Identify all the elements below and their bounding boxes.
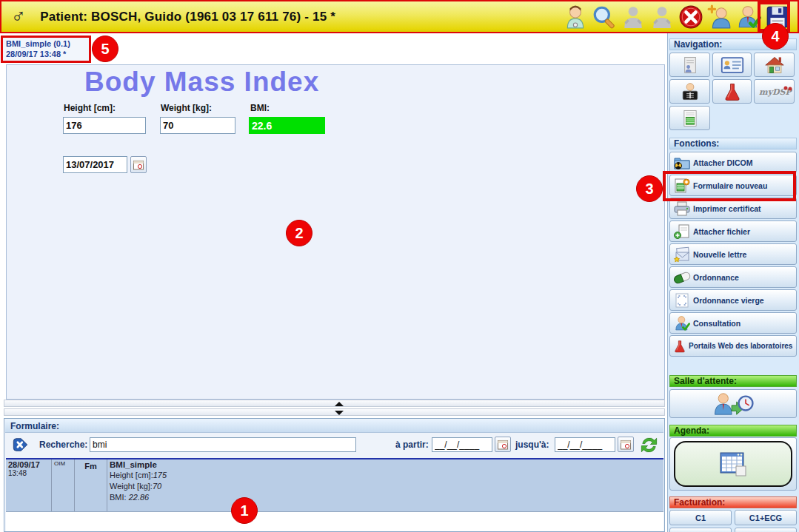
attach-file-icon xyxy=(673,223,691,240)
button-label: Nouvelle lettre xyxy=(693,250,746,259)
bmi-label: BMI: xyxy=(250,103,270,113)
male-gender-icon: ♂ xyxy=(11,4,26,27)
annotation-badge-1: 1 xyxy=(231,497,258,524)
row-bmi-value: 22.86 xyxy=(129,493,150,502)
ordonnance-vierge-button[interactable]: Ordonnance vierge xyxy=(669,289,797,311)
row-time: 13:48 xyxy=(8,469,49,477)
facturation-button-partial[interactable] xyxy=(669,528,732,532)
consultation-icon xyxy=(673,315,691,331)
salle-attente-button[interactable] xyxy=(669,389,797,418)
row-weight-label: Weight [kg]: xyxy=(110,482,153,491)
button-label: Ordonnance xyxy=(693,273,739,282)
agenda-panel xyxy=(669,437,797,491)
formulaire-header: Formulaire: xyxy=(5,420,663,433)
patient-next-icon[interactable] xyxy=(649,4,675,30)
row-description-cell: BMI_simple Height [cm]:175 Weight [kg]:7… xyxy=(107,459,663,511)
annotation-badge-4: 4 xyxy=(762,23,789,50)
mydsp-icon xyxy=(757,82,792,101)
from-date-label: à partir: xyxy=(395,440,429,450)
to-date-input[interactable] xyxy=(555,437,615,452)
letter-icon xyxy=(673,246,691,263)
calendar-icon xyxy=(133,159,144,171)
height-label: Height [cm]: xyxy=(64,103,116,113)
to-date-label: jusqu'à: xyxy=(515,440,549,450)
row-type-cell: Fm xyxy=(75,459,107,511)
arrow-up-icon xyxy=(335,402,344,406)
row-source: OIM xyxy=(54,460,72,467)
ordonnance-button[interactable]: Ordonnance xyxy=(669,266,797,288)
sidebar: Navigation: Fonctions: Attacher DICOM Fo… xyxy=(667,33,799,532)
laboratory-icon xyxy=(722,82,743,101)
add-patient-icon[interactable] xyxy=(707,4,732,30)
annotation-badge-3: 3 xyxy=(636,175,663,202)
patient-previous-icon[interactable] xyxy=(621,4,646,30)
bmi-value: 22.6 xyxy=(249,117,325,134)
agenda-header: Agenda: xyxy=(669,425,797,437)
home-button[interactable] xyxy=(754,53,795,77)
row-height-label: Height [cm]: xyxy=(110,471,153,479)
imaging-icon xyxy=(680,82,701,101)
report-button[interactable] xyxy=(669,106,710,130)
row-weight-value: 70 xyxy=(153,482,161,491)
agenda-calendar-icon xyxy=(718,451,748,477)
bmi-form-panel: Body Mass Index Height [cm]: Weight [kg]… xyxy=(6,64,665,400)
patient-record-button[interactable] xyxy=(669,53,710,77)
annotation-box-formulaire-nouveau xyxy=(663,171,796,201)
doctor-icon[interactable] xyxy=(563,4,588,30)
nouvelle-lettre-button[interactable]: Nouvelle lettre xyxy=(669,243,797,265)
dicom-folder-icon xyxy=(673,155,691,171)
portails-web-laboratoires-button[interactable]: Portails Web des laboratoires xyxy=(669,335,797,357)
splitter-collapse-handle[interactable] xyxy=(4,408,665,416)
patient-data-button[interactable] xyxy=(712,53,752,77)
date-input[interactable] xyxy=(63,156,127,173)
consultation-button[interactable]: Consultation xyxy=(669,312,797,334)
from-calendar-button[interactable] xyxy=(495,437,511,452)
agenda-button[interactable] xyxy=(674,441,792,487)
attacher-fichier-button[interactable]: Attacher fichier xyxy=(669,220,797,242)
attacher-dicom-button[interactable]: Attacher DICOM xyxy=(669,152,797,173)
row-date-cell: 28/09/17 13:48 xyxy=(6,459,52,511)
row-bmi-label: BMI: xyxy=(110,493,129,502)
row-height-value: 175 xyxy=(153,471,167,479)
row-source-cell: OIM xyxy=(52,459,75,511)
annotation-badge-2: 2 xyxy=(286,220,312,246)
from-date-input[interactable] xyxy=(432,437,492,452)
weight-input[interactable] xyxy=(160,117,235,134)
mydsp-button[interactable] xyxy=(754,79,795,104)
form-tab-bmi-simple[interactable]: BMI_simple (0.1) 28/09/17 13:48 * xyxy=(1,36,91,63)
button-label: Consultation xyxy=(693,319,741,328)
fonctions-header: Fonctions: xyxy=(669,138,797,149)
facturation-c1-ecg-button[interactable]: C1+ECG xyxy=(735,510,797,525)
imaging-button[interactable] xyxy=(669,79,710,104)
form-tab-title: BMI_simple (0.1) xyxy=(6,38,86,49)
report-icon xyxy=(680,109,701,128)
formulaire-table: 28/09/17 13:48 OIM Fm BMI_simple Height … xyxy=(6,458,663,531)
laboratory-button[interactable] xyxy=(712,79,752,104)
patient-title: Patient: BOSCH, Guido (1961 03 17 611 76… xyxy=(40,10,335,24)
calendar-icon xyxy=(497,439,509,451)
date-calendar-button[interactable] xyxy=(130,156,147,173)
table-row-selected[interactable]: 28/09/17 13:48 OIM Fm BMI_simple Height … xyxy=(6,459,663,512)
facturation-c1-button[interactable]: C1 xyxy=(669,510,732,525)
form-title: Body Mass Index xyxy=(84,67,319,98)
close-patient-icon[interactable] xyxy=(678,4,703,30)
clear-search-icon[interactable] xyxy=(12,437,29,453)
button-label: Attacher fichier xyxy=(693,227,750,236)
row-form-name: BMI_simple xyxy=(110,460,661,469)
navigation-grid xyxy=(669,53,795,130)
to-calendar-button[interactable] xyxy=(618,437,634,452)
search-icon[interactable] xyxy=(592,4,617,30)
splitter-expand-handle[interactable] xyxy=(4,400,665,407)
facturation-header: Facturation: xyxy=(669,496,797,508)
titlebar-toolbar xyxy=(563,4,790,30)
calendar-icon xyxy=(620,439,632,451)
search-input[interactable] xyxy=(90,437,356,452)
row-type: Fm xyxy=(77,460,104,471)
facturation-button-partial[interactable] xyxy=(735,528,797,532)
row-date: 28/09/17 xyxy=(8,460,49,469)
height-input[interactable] xyxy=(63,117,146,134)
salle-attente-header: Salle d'attente: xyxy=(669,375,797,387)
refresh-icon[interactable] xyxy=(639,435,659,455)
lab-flask-icon xyxy=(673,338,686,354)
facturation-row-partial xyxy=(669,528,797,532)
